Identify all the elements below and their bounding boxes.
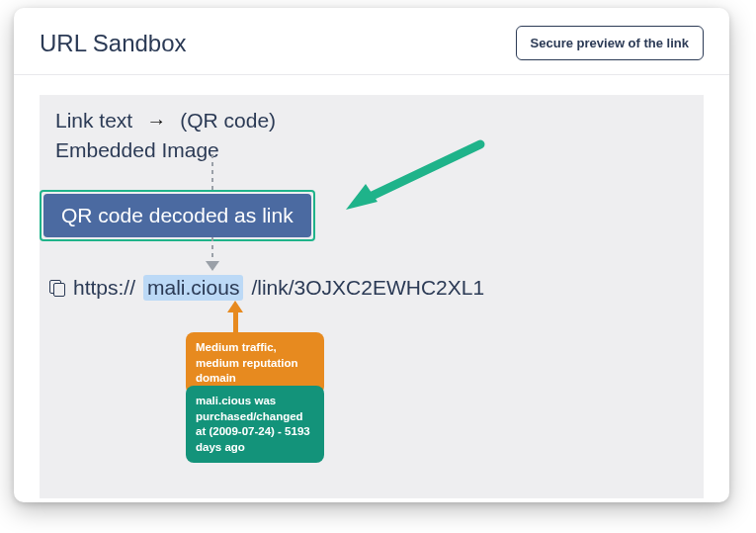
- purchase-annotation: mali.cious was purchased/changed at (200…: [186, 386, 324, 463]
- decoded-url-row: https:// mali.cious /link/3OJXC2EWHC2XL1: [49, 275, 484, 301]
- link-text-row: Link text → (QR code): [55, 109, 688, 133]
- link-text-label: Link text: [55, 109, 132, 133]
- url-path: /link/3OJXC2EWHC2XL1: [251, 276, 484, 300]
- annotation-arrow-stem: [233, 311, 238, 334]
- qr-decoded-badge: QR code decoded as link: [43, 194, 311, 237]
- copy-icon[interactable]: [49, 280, 65, 296]
- chevron-down-icon: [206, 261, 219, 271]
- secure-preview-button[interactable]: Secure preview of the link: [516, 26, 704, 60]
- arrow-right-icon: →: [146, 110, 166, 133]
- url-sandbox-card: URL Sandbox Secure preview of the link L…: [14, 8, 729, 502]
- flow-connector-1: [211, 154, 213, 190]
- page-title: URL Sandbox: [40, 30, 187, 57]
- url-domain-highlight[interactable]: mali.cious: [143, 275, 243, 301]
- embedded-image-label: Embedded Image: [55, 138, 688, 162]
- url-scheme: https://: [73, 276, 135, 300]
- svg-marker-1: [346, 184, 378, 210]
- qr-decoded-highlight: QR code decoded as link: [40, 190, 315, 241]
- sandbox-body: Link text → (QR code) Embedded Image QR …: [40, 95, 704, 498]
- header: URL Sandbox Secure preview of the link: [14, 8, 729, 75]
- qr-code-label: (QR code): [180, 109, 276, 133]
